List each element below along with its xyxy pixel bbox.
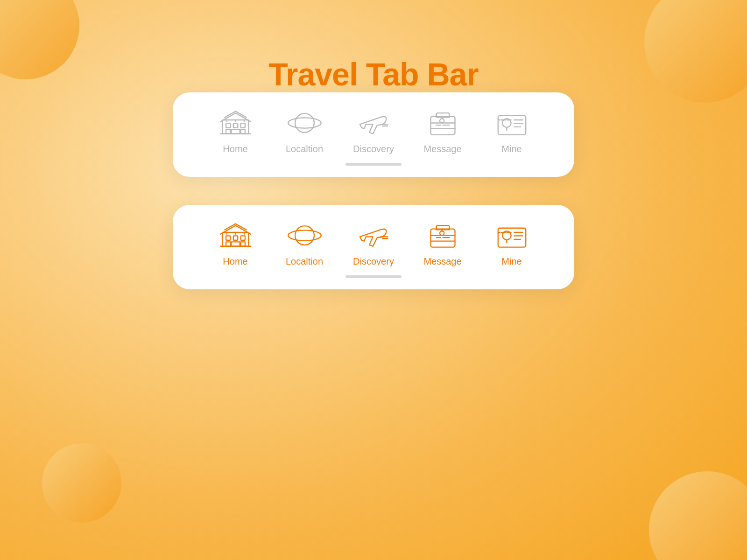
tab-mine-inactive-label: Mine [501, 144, 521, 154]
home-icon [217, 106, 254, 139]
tab-message-active[interactable]: Message [408, 219, 477, 267]
svg-rect-25 [498, 115, 525, 134]
svg-rect-4 [226, 129, 230, 133]
tab-discovery-active-label: Discovery [353, 256, 394, 267]
svg-point-44 [288, 230, 321, 240]
svg-point-23 [440, 119, 444, 123]
page-title: Travel Tab Bar [268, 56, 479, 92]
svg-point-55 [440, 231, 444, 235]
svg-rect-33 [226, 236, 230, 240]
tabbar-inactive-items: Home Localtion [201, 106, 546, 154]
tab-mine-active-label: Mine [501, 256, 521, 267]
decorative-circle-bottom-left [42, 443, 121, 523]
tab-message-inactive[interactable]: Message [408, 106, 477, 154]
svg-rect-36 [226, 242, 230, 246]
svg-rect-6 [231, 129, 240, 133]
tab-location-inactive-label: Localtion [286, 144, 323, 154]
scroll-indicator-inactive [345, 163, 402, 166]
svg-rect-1 [226, 123, 230, 127]
tabbar-active-items: Home Localtion Discovery [201, 219, 546, 267]
svg-rect-3 [240, 123, 245, 127]
tab-location-active-label: Localtion [286, 256, 323, 267]
mine-active-icon [493, 219, 530, 252]
scroll-indicator-active [345, 275, 402, 278]
tab-location-active[interactable]: Localtion [270, 219, 339, 267]
svg-point-11 [295, 113, 314, 133]
location-active-icon [286, 219, 323, 252]
tab-home-inactive[interactable]: Home [201, 106, 270, 154]
location-icon [286, 106, 323, 139]
svg-rect-37 [240, 242, 245, 246]
svg-rect-38 [231, 242, 240, 246]
message-icon [424, 106, 461, 139]
tab-mine-inactive[interactable]: Mine [477, 106, 546, 154]
mine-icon [493, 106, 530, 139]
tab-message-active-label: Message [423, 256, 461, 267]
tab-home-inactive-label: Home [223, 144, 247, 154]
message-active-icon [424, 219, 461, 252]
svg-point-12 [288, 118, 321, 128]
svg-rect-5 [240, 129, 245, 133]
discovery-icon [355, 106, 392, 139]
tabbar-active: Home Localtion Discovery [173, 205, 574, 289]
tab-discovery-inactive-label: Discovery [353, 144, 394, 154]
decorative-circle-top-right [644, 0, 747, 103]
tab-message-inactive-label: Message [423, 144, 461, 154]
decorative-circle-bottom-right [649, 471, 747, 560]
svg-rect-57 [498, 228, 525, 247]
tab-discovery-inactive[interactable]: Discovery [339, 106, 408, 154]
svg-rect-35 [240, 236, 245, 240]
tab-home-active-label: Home [223, 256, 247, 267]
tab-location-inactive[interactable]: Localtion [270, 106, 339, 154]
tabbar-inactive: Home Localtion [173, 92, 574, 177]
tab-home-active[interactable]: Home [201, 219, 270, 267]
home-active-icon [217, 219, 254, 252]
svg-rect-2 [233, 123, 237, 127]
svg-rect-34 [233, 236, 237, 240]
svg-point-43 [295, 226, 314, 245]
tab-mine-active[interactable]: Mine [477, 219, 546, 267]
discovery-active-icon [355, 219, 392, 252]
decorative-circle-top-left [0, 0, 79, 79]
tab-discovery-active[interactable]: Discovery [339, 219, 408, 267]
